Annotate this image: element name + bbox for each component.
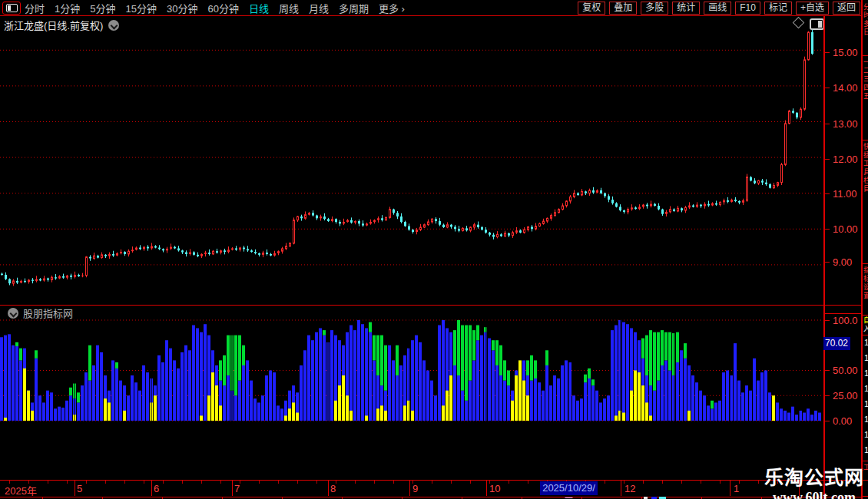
strip-vertical-text: 自入	[863, 316, 868, 333]
period-menu: 分时1分钟5分钟15分钟30分钟60分钟日线周线月线多周期更多 ›	[25, 0, 415, 15]
strip-divider	[863, 55, 868, 56]
date-separator	[409, 481, 410, 496]
date-tick	[758, 481, 759, 484]
date-separator	[232, 481, 233, 496]
strip-vertical-text: 111111111	[863, 338, 868, 459]
date-tick	[662, 481, 663, 484]
month-label-5: 5	[77, 483, 82, 494]
axis-tick	[825, 370, 830, 371]
date-tick	[509, 481, 509, 484]
indicator-value-badge: 70.02	[823, 337, 850, 350]
period-item-日线[interactable]: 日线	[249, 1, 269, 15]
month-label-10: 10	[489, 483, 500, 494]
panel-divider	[0, 305, 861, 306]
axis-tick	[825, 88, 830, 88]
watermark-title: 乐淘公式网	[764, 462, 864, 490]
strip-divider	[863, 335, 868, 335]
period-item-多周期[interactable]: 多周期	[339, 1, 369, 15]
toolbar-button-返回[interactable]: 返回	[833, 2, 860, 15]
date-tick	[124, 481, 125, 484]
date-tick	[182, 481, 183, 484]
period-item-分时[interactable]: 分时	[25, 1, 45, 15]
date-tick	[374, 481, 375, 484]
month-label-1: 1	[734, 483, 739, 494]
period-item-30分钟[interactable]: 30分钟	[167, 1, 197, 15]
date-tick	[720, 481, 721, 484]
date-tick	[297, 481, 298, 484]
axis-tick	[825, 421, 830, 421]
date-separator	[730, 481, 731, 496]
date-separator	[328, 481, 329, 496]
date-separator	[151, 481, 152, 496]
indicator-bar-chart[interactable]	[0, 315, 823, 423]
axis-tick	[825, 159, 830, 160]
date-tick	[528, 481, 528, 484]
date-tick	[451, 481, 452, 484]
period-item-60分钟[interactable]: 60分钟	[207, 1, 238, 15]
period-item-更多 ›[interactable]: 更多 ›	[379, 1, 405, 15]
month-label-8: 8	[330, 483, 336, 494]
axis-label: 15.00	[833, 47, 858, 58]
month-label-7: 7	[234, 483, 240, 494]
date-tick	[163, 481, 164, 484]
date-separator	[621, 481, 621, 496]
axis-tick	[825, 229, 830, 230]
date-axis[interactable]: 2025年56789101212025/10/29/三	[0, 480, 861, 497]
toolbar-button-多股[interactable]: 多股	[641, 2, 668, 15]
strip-vertical-text: 一二三四五	[863, 58, 868, 137]
toolbar-button-叠加[interactable]: 叠加	[609, 2, 637, 15]
strip-divider	[863, 315, 868, 316]
axis-tick	[825, 124, 830, 124]
toolbar-button-标记[interactable]: 标记	[764, 2, 792, 15]
axis-label: 0.00	[833, 415, 852, 427]
strip-divider	[863, 461, 868, 461]
period-item-1分钟[interactable]: 1分钟	[55, 1, 80, 15]
date-tick	[201, 481, 202, 484]
watermark: 乐淘公式网 www.60lt.com	[764, 462, 864, 499]
date-tick	[470, 481, 471, 484]
watermark-url: www.60lt.com	[764, 490, 864, 499]
period-item-月线[interactable]: 月线	[309, 1, 329, 15]
date-tick	[432, 481, 432, 484]
right-edge-strip: 分时多日一二三四五快捷工具栏目指标设置自入111111111工具	[861, 0, 868, 499]
toolbar-button-+自选[interactable]: +自选	[796, 2, 829, 15]
axis-label: 100.0	[833, 315, 858, 326]
period-item-周线[interactable]: 周线	[279, 1, 299, 15]
selected-date-badge: 2025/10/29/三	[540, 481, 598, 495]
toolbar-button-画线[interactable]: 画线	[704, 2, 731, 15]
toolbar-button-统计[interactable]: 统计	[672, 2, 700, 15]
axis-label: 12.00	[833, 154, 858, 165]
period-item-15分钟[interactable]: 15分钟	[125, 1, 156, 15]
date-tick	[393, 481, 394, 484]
date-tick	[681, 481, 682, 484]
date-tick	[67, 481, 68, 484]
axis-tick	[825, 262, 830, 263]
candlestick-chart[interactable]	[0, 16, 823, 305]
right-axis: 15.0014.0013.0012.0011.0010.009.00100.05…	[823, 16, 863, 499]
date-tick	[701, 481, 701, 484]
toolbar-button-复权[interactable]: 复权	[578, 2, 605, 15]
strip-divider	[863, 140, 868, 140]
date-tick	[605, 481, 605, 484]
top-toolbar: 分时1分钟5分钟15分钟30分钟60分钟日线周线月线多周期更多 › 复权叠加多股…	[0, 0, 868, 15]
period-item-5分钟[interactable]: 5分钟	[90, 1, 115, 15]
date-separator	[486, 481, 487, 496]
axis-label: 9.00	[833, 256, 852, 268]
date-tick	[48, 481, 48, 484]
date-tick	[144, 481, 144, 484]
strip-vertical-text: 快捷工具栏目	[863, 143, 868, 260]
toolbar-buttons: 复权叠加多股统计画线F10标记+自选返回	[574, 2, 860, 15]
panel-toggle-icon	[6, 4, 18, 12]
toolbar-button-F10[interactable]: F10	[735, 2, 760, 15]
date-tick	[105, 481, 106, 484]
axis-label: 13.00	[833, 118, 858, 130]
date-separator	[75, 481, 75, 496]
axis-label: 50.00	[833, 365, 858, 376]
panel-toggle-button[interactable]	[2, 2, 21, 15]
date-tick	[86, 481, 87, 484]
year-label: 2025年	[5, 483, 37, 497]
axis-tick	[825, 52, 830, 53]
month-label-6: 6	[154, 483, 159, 494]
axis-label: 14.00	[833, 82, 858, 94]
strip-vertical-text: 指标设置	[863, 266, 868, 312]
